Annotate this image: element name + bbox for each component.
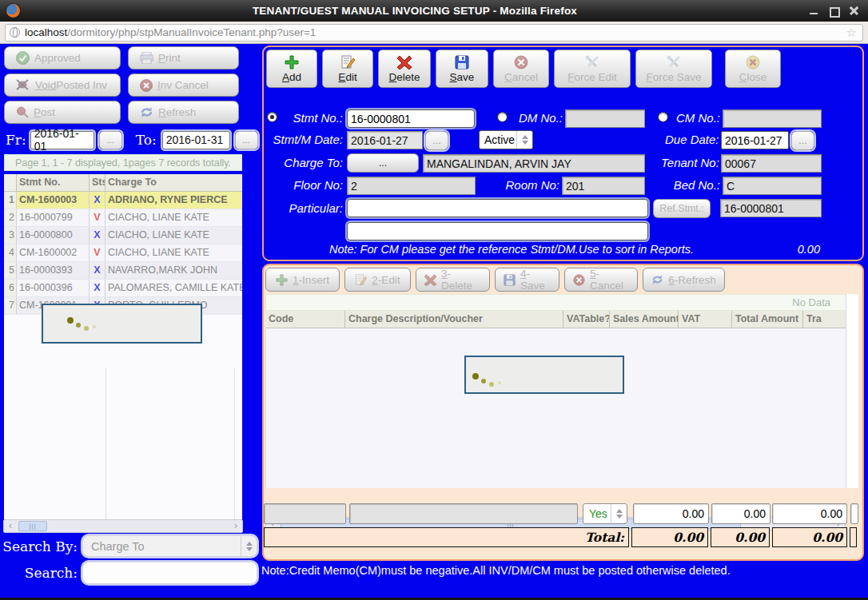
col-description[interactable]: Charge Description/Voucher (345, 311, 563, 328)
stmt-no-cell: 16-0000800 (17, 227, 90, 244)
table-row[interactable]: 2 16-0000799 V CIACHO, LIANE KATE (4, 209, 242, 227)
entry-code-input (264, 503, 346, 524)
particular-input[interactable] (347, 199, 648, 217)
close-circle-icon (746, 55, 760, 70)
ref-stmt-button[interactable]: Ref.Stmt.: (653, 199, 711, 218)
inv-cancel-button[interactable]: Inv Cancel (128, 74, 239, 97)
stmt-no-radio[interactable] (267, 112, 277, 122)
refresh-button[interactable]: Refresh (128, 101, 239, 124)
row-number: 2 (4, 209, 17, 226)
status-select[interactable]: Active (479, 130, 533, 149)
minimize-icon[interactable] (810, 6, 818, 15)
edit-button[interactable]: Edit (322, 50, 373, 88)
void-posted-inv-button[interactable]: VoidPosted Inv (4, 74, 121, 97)
tenant-no-input: 00067 (721, 154, 822, 173)
horizontal-scrollbar[interactable]: ‹ ||| › (3, 519, 243, 533)
edit-icon (340, 55, 355, 70)
save-detail-button[interactable]: 4-Save (495, 268, 559, 292)
cancel-detail-button[interactable]: 5-Cancel (564, 268, 638, 292)
due-date-browse-button[interactable]: ... (791, 131, 814, 150)
search-by-select[interactable]: Charge To (82, 535, 257, 557)
col-sts[interactable]: Sts (90, 174, 106, 191)
cm-no-radio[interactable] (658, 112, 668, 122)
maximize-icon[interactable] (830, 6, 838, 15)
delete-button[interactable]: Delete (378, 50, 431, 88)
charge-to-browse-button[interactable]: ... (347, 153, 419, 173)
col-charge-to[interactable]: Charge To (106, 174, 242, 191)
bookmark-star-icon[interactable]: ☆ (846, 26, 857, 40)
entry-vat-input[interactable]: 0.00 (711, 503, 770, 524)
insert-detail-button[interactable]: 1-Insert (265, 268, 340, 292)
particular2-input[interactable] (347, 222, 648, 240)
add-button[interactable]: Add (266, 50, 317, 88)
sts-cell: X (90, 280, 106, 296)
col-vatable[interactable]: VATable? (563, 311, 610, 328)
vertical-scrollbar[interactable] (846, 294, 858, 488)
entry-description-input (349, 503, 578, 524)
due-date-input[interactable]: 2016-01-27 (721, 131, 789, 149)
stmt-date-browse-button[interactable]: ... (425, 131, 448, 150)
scrollbar-thumb[interactable]: ||| (18, 521, 47, 531)
print-button[interactable]: Print (128, 46, 239, 70)
floppy-icon (504, 274, 516, 286)
delete-detail-button[interactable]: 3-Delete (416, 268, 490, 292)
col-sales-amount[interactable]: Sales Amount (610, 311, 679, 328)
url-path: /dormitory/php/stpManualInvoiceTenant.ph… (67, 26, 316, 38)
entry-total-input[interactable]: 0.00 (772, 503, 847, 524)
refresh-icon (651, 274, 663, 285)
table-row[interactable]: 3 16-0000800 X CIACHO, LIANE KATE (4, 227, 242, 244)
floor-no-label: Floor No: (269, 178, 343, 192)
cancel-button[interactable]: Cancel (493, 50, 549, 88)
stmt-no-cell: 16-0000799 (17, 209, 90, 226)
col-stmt-no[interactable]: Stmt No. (17, 174, 90, 191)
col-trans[interactable]: Tra (803, 311, 846, 328)
search-by-value: Charge To (91, 540, 145, 553)
close-button[interactable]: Close (725, 50, 781, 88)
approved-button[interactable]: Approved (4, 46, 121, 70)
edit-detail-button[interactable]: 2-Edit (344, 268, 411, 292)
from-date-browse-button[interactable]: ... (99, 131, 122, 149)
table-row[interactable]: 4 CM-1600002 V CIACHO, LIANE KATE (4, 244, 242, 262)
sts-cell: V (90, 209, 106, 226)
stmt-no-input[interactable]: 16-0000801 (347, 109, 475, 128)
form-note-amount: 0.00 (774, 243, 820, 256)
col-code[interactable]: Code (265, 311, 345, 328)
to-date-browse-button[interactable]: ... (235, 131, 258, 149)
col-total-amount[interactable]: Total Amount (732, 311, 803, 328)
button-label: Close (739, 71, 767, 83)
page-content: Approved Print VoidPosted Inv Inv Cancel… (0, 44, 868, 598)
force-edit-button[interactable]: Force Edit (554, 50, 631, 88)
entry-vatable-select[interactable]: Yes (583, 503, 627, 524)
scroll-left-icon[interactable]: ‹ (4, 520, 17, 532)
loading-spinner-icon (472, 373, 479, 379)
refresh-detail-button[interactable]: 6-Refresh (643, 268, 725, 292)
tools-icon (585, 55, 599, 70)
search-input[interactable] (82, 562, 257, 584)
col-vat[interactable]: VAT (679, 311, 732, 328)
close-icon[interactable] (850, 6, 858, 15)
total-amount: 0.00 (772, 527, 847, 547)
plus-icon (285, 55, 299, 70)
loading-spinner-icon (67, 317, 74, 324)
button-label: Add (282, 71, 301, 83)
table-row[interactable]: 1 CM-1600003 X ADRIANO, RYNE PIERCE (4, 192, 242, 209)
table-row[interactable]: 5 16-0000393 X NAVARRO,MARK JOHN (4, 262, 242, 280)
url-input[interactable]: localhost/dormitory/php/stpManualInvoice… (5, 24, 863, 42)
entry-sales-input[interactable]: 0.00 (633, 503, 709, 524)
button-label: 5-Cancel (590, 268, 629, 292)
button-label: Edit (338, 71, 356, 83)
form-note: Note: For CM please get the reference St… (288, 243, 735, 256)
stmt-no-cell: CM-1600002 (17, 244, 90, 261)
check-circle-icon (16, 51, 30, 65)
from-date-input[interactable]: 2016-01-01 (30, 131, 94, 149)
dm-no-radio[interactable] (497, 112, 508, 122)
save-button[interactable]: Save (436, 50, 488, 88)
post-button[interactable]: Post (4, 101, 121, 124)
table-row[interactable]: 6 16-0000396 X PALOMARES, CAMILLE KATE (4, 280, 242, 297)
cancel-circle-icon (573, 274, 585, 286)
force-save-button[interactable]: Force Save (635, 50, 712, 88)
stmt-date-input[interactable]: 2016-01-27 (347, 131, 423, 149)
scroll-right-icon[interactable]: › (229, 520, 242, 532)
to-date-input[interactable]: 2016-01-31 (162, 131, 230, 149)
to-label: To: (136, 132, 157, 148)
